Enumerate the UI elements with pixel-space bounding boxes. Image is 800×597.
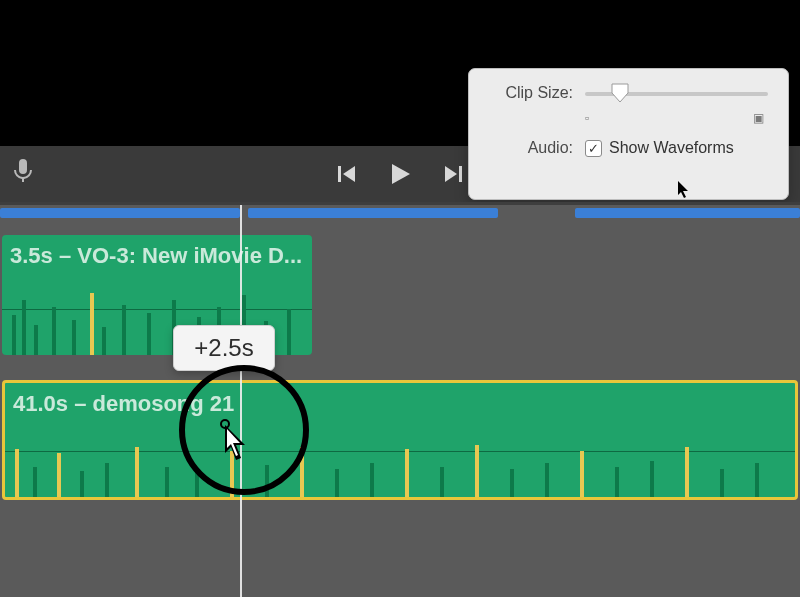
play-button[interactable] (387, 161, 413, 187)
clip-title: 41.0s – demosong 21 (13, 391, 795, 417)
timeline-range-bar[interactable] (575, 208, 800, 218)
highlight-dot (220, 419, 230, 429)
audio-label: Audio: (489, 139, 573, 157)
thumbnail-large-icon: ▣ (753, 111, 764, 125)
settings-popover: Clip Size: ▫ ▣ Audio: ✓ Show Waveforms (468, 68, 789, 200)
offset-tooltip: +2.5s (173, 325, 275, 371)
timeline[interactable]: 3.5s – VO-3: New iMovie D... (0, 202, 800, 597)
skip-forward-button[interactable] (443, 163, 465, 185)
clip-title: 3.5s – VO-3: New iMovie D... (10, 243, 312, 269)
waveform (5, 427, 795, 497)
timeline-range-bar[interactable] (248, 208, 498, 218)
thumbnail-small-icon: ▫ (585, 111, 589, 125)
timeline-range-bar[interactable] (0, 208, 240, 218)
cursor-icon (678, 181, 690, 202)
playhead[interactable] (240, 205, 242, 597)
audio-clip-demosong[interactable]: 41.0s – demosong 21 (2, 380, 798, 500)
slider-thumb[interactable] (611, 83, 629, 103)
show-waveforms-label: Show Waveforms (609, 139, 734, 157)
clip-size-slider[interactable] (585, 83, 768, 103)
skip-back-button[interactable] (335, 163, 357, 185)
clip-size-label: Clip Size: (489, 84, 573, 102)
offset-value: +2.5s (194, 334, 253, 362)
show-waveforms-checkbox[interactable]: ✓ (585, 140, 602, 157)
